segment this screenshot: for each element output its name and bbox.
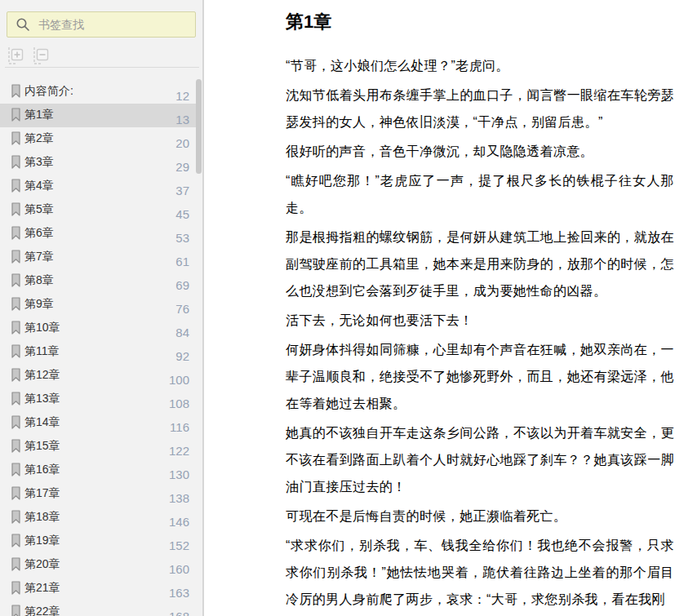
bookmark-tree-toolbar [7, 47, 49, 65]
bookmark-icon [11, 510, 20, 524]
sidebar-divider [5, 67, 199, 68]
bookmark-search-box [7, 11, 196, 38]
bookmark-page-number: 100 [169, 373, 189, 387]
bookmark-label: 第17章 [24, 486, 60, 501]
bookmark-page-number: 76 [175, 302, 189, 316]
bookmark-label: 第16章 [24, 463, 60, 477]
bookmark-item[interactable]: 第3章 29 [0, 151, 196, 175]
bookmark-page-number: 138 [169, 491, 189, 505]
bookmark-icon [11, 486, 20, 500]
bookmark-icon [11, 273, 20, 287]
bookmark-label: 第10章 [24, 321, 60, 335]
paragraph: 很好听的声音，音色干净微沉，却又隐隐透着凉意。 [286, 138, 674, 165]
bookmark-item[interactable]: 第4章 37 [0, 175, 196, 198]
bookmark-item[interactable]: 第6章 53 [0, 222, 196, 246]
bookmark-page-number: 160 [169, 562, 189, 576]
bookmark-label: 第19章 [24, 534, 60, 548]
bookmark-page-number: 130 [169, 468, 189, 481]
bookmark-item[interactable]: 第2章 20 [0, 127, 196, 151]
bookmark-page-number: 116 [170, 420, 189, 434]
search-input[interactable] [37, 17, 190, 32]
bookmark-icon [11, 463, 20, 476]
bookmark-label: 第21章 [24, 581, 60, 596]
bookmark-page-number: 108 [169, 397, 189, 410]
bookmark-item[interactable]: 第19章 152 [0, 530, 196, 553]
bookmark-label: 第9章 [24, 297, 54, 312]
bookmark-item[interactable]: 第20章 160 [0, 553, 196, 577]
ebook-reader-window: 内容简介: 12 第1章 13 [0, 0, 697, 616]
bookmark-icon [11, 297, 20, 311]
bookmark-item[interactable]: 内容简介: 12 [0, 80, 196, 104]
bookmark-icon [11, 84, 20, 98]
bookmark-item[interactable]: 第12章 100 [0, 364, 196, 388]
bookmark-item[interactable]: 第9章 76 [0, 293, 196, 317]
bookmark-label: 第11章 [24, 344, 60, 359]
bookmark-item[interactable]: 第11章 92 [0, 340, 196, 364]
bookmark-label: 第4章 [24, 179, 54, 193]
bookmark-item[interactable]: 第8章 69 [0, 269, 196, 293]
bookmark-item[interactable]: 第10章 84 [0, 317, 196, 340]
bookmark-label: 第7章 [24, 250, 54, 264]
collapse-all-icon[interactable] [33, 47, 49, 65]
chapter-title: 第1章 [286, 11, 674, 33]
paragraph-container: “节哥，这小娘们怎么处理？”老虎问。 沈知节低着头用布条缠手掌上的血口子，闻言瞥… [286, 52, 674, 613]
reading-pane: 第1章 “节哥，这小娘们怎么处理？”老虎问。 沈知节低着头用布条缠手掌上的血口子… [204, 0, 697, 616]
bookmark-item[interactable]: 第15章 122 [0, 435, 196, 459]
paragraph: 她真的不该独自开车走这条乡间公路，不该以为开着车就安全，更不该在看到路面上趴着个… [286, 419, 674, 500]
bookmark-page-number: 92 [175, 349, 189, 363]
bookmark-item[interactable]: 第17章 138 [0, 482, 196, 506]
bookmark-page-number: 168 [169, 609, 189, 616]
paragraph: “节哥，这小娘们怎么处理？”老虎问。 [286, 52, 674, 79]
bookmark-label: 第22章 [24, 605, 60, 616]
bookmark-icon [11, 179, 20, 193]
bookmark-label: 第18章 [24, 510, 60, 525]
bookmark-page-number: 146 [169, 515, 189, 529]
bookmark-page-number: 163 [169, 586, 189, 600]
bookmark-label: 内容简介: [24, 84, 73, 99]
bookmark-item[interactable]: 第22章 168 [0, 600, 196, 616]
bookmark-label: 第3章 [24, 155, 54, 170]
bookmark-item[interactable]: 第7章 61 [0, 246, 196, 269]
bookmark-icon [11, 226, 20, 240]
bookmark-item[interactable]: 第14章 116 [0, 411, 196, 435]
bookmark-label: 第1章 [24, 108, 54, 122]
paragraph: 那是根拇指粗的螺纹钢筋，是何妍从建筑工地上捡回来的，就放在副驾驶座前的工具箱里，… [286, 224, 674, 304]
paragraph: “求求你们，别杀我，车、钱我全给你们！我也绝不会报警，只求求你们别杀我！”她怯怯… [286, 532, 674, 613]
expand-all-icon[interactable] [7, 47, 24, 65]
bookmark-page-number: 45 [175, 207, 189, 221]
bookmark-item[interactable]: 第1章 13 [0, 104, 196, 127]
bookmark-icon [11, 131, 20, 145]
bookmark-icon [11, 439, 20, 453]
bookmark-list: 内容简介: 12 第1章 13 [0, 80, 196, 616]
bookmark-page-number: 37 [175, 184, 189, 197]
paragraph: 沈知节低着头用布条缠手掌上的血口子，闻言瞥一眼缩在车轮旁瑟瑟发抖的女人，神色依旧… [286, 82, 674, 135]
bookmark-label: 第15章 [24, 439, 60, 454]
bookmark-label: 第14章 [24, 415, 60, 430]
bookmark-item[interactable]: 第18章 146 [0, 506, 196, 530]
bookmark-page-number: 53 [175, 231, 189, 245]
bookmark-sidebar: 内容简介: 12 第1章 13 [0, 0, 204, 616]
sidebar-scrollbar-thumb[interactable] [196, 79, 202, 174]
bookmark-icon [11, 605, 20, 616]
bookmark-icon [11, 557, 20, 571]
bookmark-icon [11, 581, 20, 595]
bookmark-icon [11, 392, 20, 405]
bookmark-page-number: 13 [175, 113, 189, 126]
bookmark-page-number: 69 [175, 278, 189, 292]
bookmark-label: 第2章 [24, 131, 54, 146]
bookmark-page-number: 84 [175, 326, 189, 339]
bookmark-page-number: 20 [175, 136, 189, 150]
chapter-text: 第1章 “节哥，这小娘们怎么处理？”老虎问。 沈知节低着头用布条缠手掌上的血口子… [286, 11, 674, 613]
bookmark-icon [11, 202, 20, 216]
bookmark-item[interactable]: 第21章 163 [0, 577, 196, 600]
bookmark-item[interactable]: 第16章 130 [0, 459, 196, 482]
search-icon [16, 17, 30, 32]
bookmark-item[interactable]: 第5章 45 [0, 198, 196, 222]
bookmark-label: 第13章 [24, 392, 60, 406]
bookmark-label: 第6章 [24, 226, 54, 241]
bookmark-label: 第12章 [24, 368, 60, 383]
bookmark-label: 第8章 [24, 273, 54, 288]
bookmark-icon [11, 108, 20, 122]
bookmark-item[interactable]: 第13章 108 [0, 388, 196, 411]
bookmark-icon [11, 155, 20, 169]
